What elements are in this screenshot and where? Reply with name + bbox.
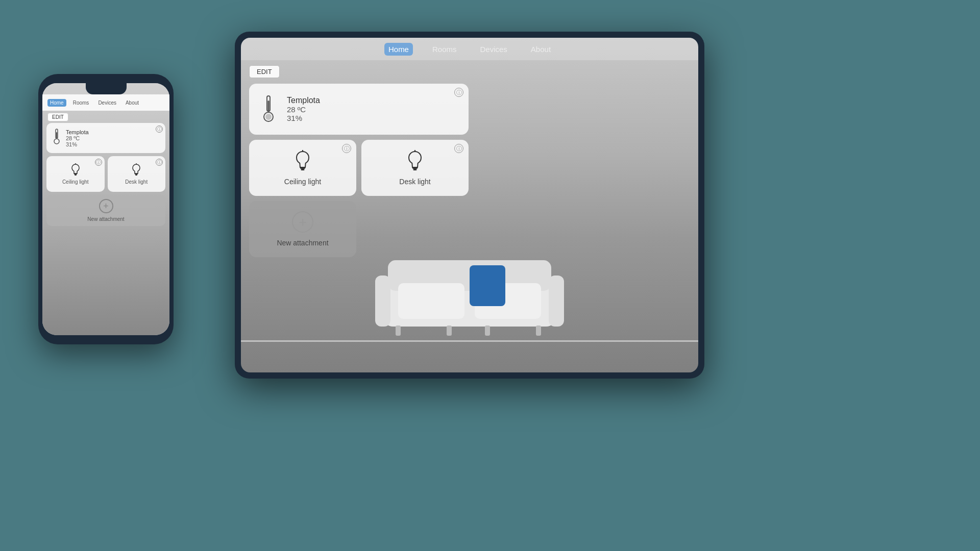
- svg-rect-2: [56, 132, 57, 138]
- phone-notch: [86, 83, 127, 94]
- svg-rect-18: [485, 325, 490, 336]
- tablet-new-attachment-label: New attachment: [277, 239, 328, 247]
- phone-nav-home[interactable]: Home: [47, 99, 66, 107]
- tablet-templota-temp: 28 ºC: [287, 105, 320, 114]
- svg-rect-6: [135, 173, 138, 174]
- tablet-frame: Home Rooms Devices About EDIT ⓘ: [235, 32, 704, 379]
- phone-nav-about[interactable]: About: [123, 99, 141, 107]
- phone-templota-widget: ⓘ Templota 28 ºC 31%: [46, 123, 165, 153]
- tablet-widgets-container: ⓘ Templota 28 ºC 31%: [249, 84, 469, 257]
- phone-templota-title: Templota: [66, 129, 89, 135]
- phone-thermometer-icon: [52, 128, 62, 148]
- tablet-desk-bulb-icon: [405, 150, 425, 174]
- phone-screen: Home Rooms Devices About EDIT ⓘ: [42, 83, 169, 335]
- svg-rect-25: [301, 169, 305, 170]
- tablet-desk-light-label: Desk light: [399, 178, 430, 186]
- phone-new-attachment-label: New attachment: [87, 216, 124, 222]
- svg-rect-17: [447, 325, 452, 336]
- tablet-screen: Home Rooms Devices About EDIT ⓘ: [241, 38, 698, 372]
- phone-frame: Home Rooms Devices About EDIT ⓘ: [38, 74, 174, 344]
- tablet-nav-rooms[interactable]: Rooms: [428, 43, 461, 56]
- phone-ceiling-info[interactable]: ⓘ: [95, 159, 102, 166]
- phone-templota-info[interactable]: ⓘ: [156, 126, 163, 133]
- svg-rect-13: [398, 283, 464, 319]
- phone-nav: Home Rooms Devices About: [42, 94, 169, 111]
- tablet-nav-devices[interactable]: Devices: [476, 43, 511, 56]
- tablet-ceiling-info[interactable]: ⓘ: [342, 144, 351, 153]
- svg-point-23: [265, 114, 272, 120]
- phone-edit-button[interactable]: EDIT: [47, 113, 68, 121]
- tablet-nav-home[interactable]: Home: [384, 43, 413, 56]
- tablet-room-scene: [241, 245, 698, 372]
- svg-rect-12: [549, 276, 564, 327]
- svg-rect-15: [470, 265, 505, 306]
- tablet-ceiling-bulb-icon: [293, 150, 312, 174]
- phone-nav-devices[interactable]: Devices: [95, 99, 119, 107]
- tablet-device: Home Rooms Devices About EDIT ⓘ: [235, 32, 704, 379]
- phone-ceiling-light-label: Ceiling light: [62, 179, 89, 185]
- svg-rect-4: [75, 174, 77, 176]
- phone-templota-humidity: 31%: [66, 141, 89, 147]
- phone-new-attachment-plus-icon: +: [99, 199, 113, 213]
- tablet-nav-about[interactable]: About: [527, 43, 555, 56]
- tablet-ceiling-light-label: Ceiling light: [284, 178, 321, 186]
- phone-lights-row: ⓘ Ceiling light ⓘ: [46, 156, 165, 192]
- tablet-ceiling-light-widget: ⓘ Ceiling light: [249, 140, 356, 196]
- svg-rect-22: [268, 101, 270, 112]
- svg-rect-7: [135, 174, 137, 176]
- tablet-desk-light-widget: ⓘ Desk light: [361, 140, 469, 196]
- phone-desk-light-label: Desk light: [125, 179, 148, 185]
- svg-rect-28: [413, 169, 417, 170]
- svg-rect-19: [536, 325, 541, 336]
- tablet-edit-button[interactable]: EDIT: [249, 65, 280, 78]
- svg-rect-27: [412, 167, 418, 169]
- tablet-templota-humidity: 31%: [287, 114, 320, 122]
- tablet-new-attachment-plus-icon: +: [292, 211, 313, 233]
- phone-new-attachment-widget[interactable]: + New attachment: [46, 195, 165, 226]
- svg-rect-24: [300, 167, 305, 169]
- svg-rect-11: [375, 276, 390, 327]
- phone-device: Home Rooms Devices About EDIT ⓘ: [38, 74, 174, 344]
- tablet-desk-info[interactable]: ⓘ: [454, 144, 463, 153]
- sofa-illustration: [373, 250, 567, 342]
- phone-desk-info[interactable]: ⓘ: [156, 159, 163, 166]
- phone-ceiling-light-widget: ⓘ Ceiling light: [46, 156, 105, 192]
- tablet-nav: Home Rooms Devices About: [241, 38, 698, 60]
- svg-point-1: [54, 139, 59, 144]
- tablet-thermometer-icon: [259, 94, 278, 124]
- phone-templota-temp: 28 ºC: [66, 135, 89, 141]
- tablet-templota-widget: ⓘ Templota 28 ºC 31%: [249, 84, 469, 135]
- tablet-new-attachment-widget[interactable]: + New attachment: [249, 201, 356, 257]
- phone-nav-rooms[interactable]: Rooms: [70, 99, 92, 107]
- svg-rect-16: [396, 325, 401, 336]
- tablet-templota-title: Templota: [287, 96, 320, 105]
- tablet-templota-info[interactable]: ⓘ: [454, 88, 463, 97]
- phone-desk-light-widget: ⓘ Desk light: [108, 156, 166, 192]
- phone-widgets-container: ⓘ Templota 28 ºC 31%: [46, 123, 165, 226]
- svg-rect-3: [74, 173, 77, 174]
